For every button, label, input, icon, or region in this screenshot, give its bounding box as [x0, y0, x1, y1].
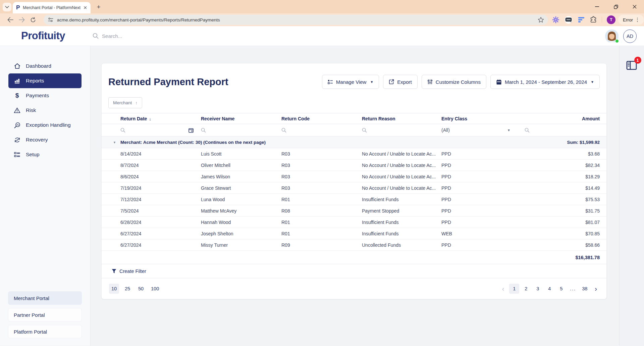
bookmark-star-icon[interactable] [538, 17, 544, 23]
sidebar-item-label: Exception Handling [26, 122, 71, 128]
cell-return-code: R03 [281, 151, 362, 157]
filter-return-code[interactable] [281, 124, 362, 136]
customize-columns-label: Customize Columns [436, 79, 481, 85]
collapse-triangle-icon[interactable]: ▼ [113, 141, 116, 144]
report-table: Return Date↓ Receiver Name Return Code R… [102, 113, 606, 299]
spark-extension-icon[interactable] [552, 16, 559, 23]
table-row[interactable]: 6/27/2024 Joseph Shelton R01 Insufficien… [102, 228, 606, 239]
filter-return-reason[interactable] [362, 124, 441, 136]
search-input[interactable] [102, 33, 209, 39]
table-row[interactable]: 7/12/2024 Luna Wood R01 Insufficient Fun… [102, 194, 606, 205]
site-favicon: P [16, 4, 20, 11]
page-size-option[interactable]: 50 [136, 284, 146, 294]
page-size-option[interactable]: 25 [122, 284, 132, 294]
table-row[interactable]: 7/5/2024 Matthew McAvey R08 Payment Stop… [102, 205, 606, 217]
cell-entry-class: PPD [441, 220, 522, 225]
next-page-chevron-icon[interactable]: › [591, 285, 600, 293]
page-size-option[interactable]: 100 [149, 284, 161, 294]
table-total-row: $16,381.78 [102, 251, 606, 264]
prev-page-chevron-icon[interactable]: ‹ [499, 285, 508, 293]
manage-view-button[interactable]: Manage View ▼ [322, 75, 379, 89]
cell-entry-class: PPD [441, 208, 522, 214]
create-filter-button[interactable]: Create Filter [102, 264, 606, 278]
window-minimize-button[interactable] [588, 0, 606, 13]
extensions-puzzle-icon[interactable] [590, 16, 597, 23]
calendar-filter-icon[interactable] [189, 128, 194, 133]
global-search [93, 33, 209, 39]
new-tab-button[interactable]: + [95, 3, 103, 11]
cell-return-code: R08 [281, 208, 362, 214]
table-row[interactable]: 8/7/2024 Oliver Mitchell R03 No Account … [102, 160, 606, 171]
date-range-button[interactable]: March 1, 2024 - September 26, 2024 ▼ [490, 75, 600, 89]
tab-search-button[interactable] [3, 3, 11, 11]
export-button[interactable]: Export [383, 75, 417, 89]
browser-toolbar: acme.demo.profituity.com/merchant-portal… [0, 13, 644, 26]
window-controls [588, 0, 644, 13]
cell-return-reason: No Account / Unable to Locate Ac... [362, 185, 441, 191]
cell-amount: $31.75 [522, 208, 600, 214]
cell-entry-class: WEB [441, 231, 522, 236]
cell-amount: $75.53 [522, 197, 600, 202]
user-initials-avatar[interactable]: AD [623, 30, 637, 43]
sidebar-item-recovery[interactable]: Recovery [8, 132, 82, 147]
sidebar-item-payments[interactable]: $ Payments [8, 88, 82, 103]
kebab-menu-icon: ⋮ [633, 17, 642, 23]
browser-menu-error-button[interactable]: Error ⋮ [618, 15, 644, 25]
filter-return-date[interactable] [120, 124, 201, 136]
portal-button-partner[interactable]: Partner Portal [8, 308, 82, 322]
filter-receiver-name[interactable] [201, 124, 281, 136]
sidebar-item-risk[interactable]: Risk [8, 103, 82, 118]
column-header-return-date[interactable]: Return Date↓ [120, 116, 201, 121]
table-row[interactable]: 7/19/2024 Grace Stewart R03 No Account /… [102, 182, 606, 194]
table-header-row: Return Date↓ Receiver Name Return Code R… [102, 113, 606, 124]
url-bar[interactable]: acme.demo.profituity.com/merchant-portal… [44, 15, 548, 25]
captions-extension-icon[interactable] [564, 16, 573, 24]
notifications-panel-button[interactable]: 1 [626, 60, 638, 71]
sidebar-item-setup[interactable]: Setup [8, 147, 82, 162]
browser-profile-avatar[interactable]: T [607, 15, 615, 24]
report-card: Returned Payment Report Manage View ▼ Ex… [101, 63, 607, 299]
portal-button-platform[interactable]: Platform Portal [8, 325, 82, 338]
window-restore-button[interactable] [606, 0, 625, 13]
filter-amount[interactable] [522, 124, 600, 136]
reload-button[interactable] [28, 15, 39, 25]
page-number[interactable]: 2 [521, 284, 531, 294]
page-number[interactable]: 1 [509, 284, 519, 294]
tab-close-icon[interactable]: ✕ [83, 5, 87, 10]
table-row[interactable]: 8/6/2024 James Wilson R03 No Account / U… [102, 171, 606, 182]
cell-return-code: R01 [281, 220, 362, 225]
page-number[interactable]: 3 [533, 284, 543, 294]
sidebar-item-dashboard[interactable]: Dashboard [8, 59, 82, 73]
window-close-button[interactable] [625, 0, 644, 13]
forward-button[interactable] [16, 15, 28, 25]
browser-tab[interactable]: P Merchant Portal - PlatformNext ✕ [13, 2, 91, 13]
export-label: Export [397, 79, 412, 85]
page-number[interactable]: 5 [556, 284, 566, 294]
column-header-amount[interactable]: Amount [522, 116, 600, 121]
filter-entry-class-dropdown[interactable]: (All) ▼ [441, 124, 522, 136]
column-header-receiver-name[interactable]: Receiver Name [201, 116, 281, 121]
group-row[interactable]: ▼ Merchant: Acme Merchant (Count: 30) (C… [102, 136, 606, 148]
page-number[interactable]: 38 [580, 284, 590, 294]
filter-bars-extension-icon[interactable] [578, 16, 585, 23]
group-by-chip[interactable]: Merchant ↑ [108, 97, 142, 108]
page-number[interactable]: 4 [544, 284, 554, 294]
sidebar-item-reports[interactable]: Reports [8, 73, 82, 88]
user-photo[interactable] [605, 30, 619, 43]
cell-return-date: 8/6/2024 [120, 174, 201, 179]
table-row[interactable]: 6/28/2024 Hannah Wood R01 Insufficient F… [102, 217, 606, 228]
column-header-entry-class[interactable]: Entry Class [441, 116, 522, 121]
back-button[interactable] [5, 15, 16, 25]
cell-return-date: 7/12/2024 [120, 197, 201, 202]
portal-button-merchant[interactable]: Merchant Portal [8, 291, 82, 305]
search-icon [362, 128, 367, 133]
column-header-return-code[interactable]: Return Code [281, 116, 362, 121]
sidebar-item-exception-handling[interactable]: Exception Handling [8, 118, 82, 132]
table-row[interactable]: 8/14/2024 Luis Scott R03 No Account / Un… [102, 148, 606, 160]
table-row[interactable]: 6/27/2024 Missy Turner R09 Uncollected F… [102, 239, 606, 251]
customize-columns-icon [427, 79, 433, 84]
column-header-return-reason[interactable]: Return Reason [362, 116, 441, 121]
page-size-option[interactable]: 10 [109, 284, 119, 294]
customize-columns-button[interactable]: Customize Columns [422, 75, 486, 89]
page-size-selector: 10 25 50 100 [109, 284, 161, 294]
